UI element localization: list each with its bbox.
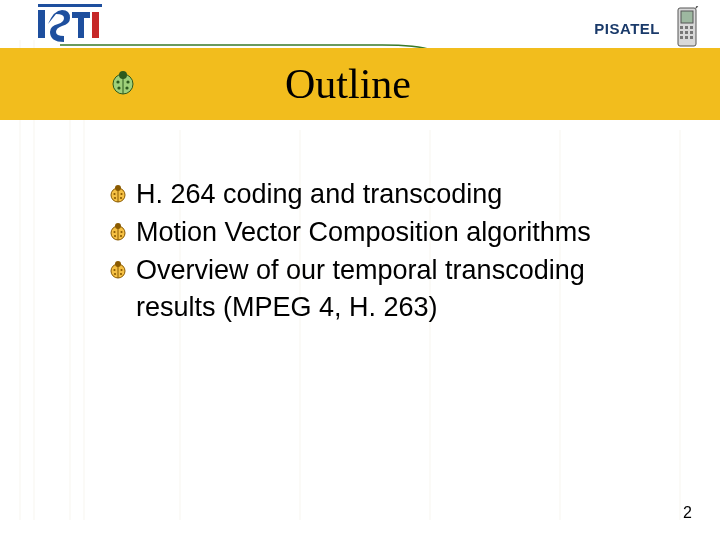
svg-point-44 — [120, 235, 122, 237]
svg-rect-17 — [680, 31, 683, 34]
svg-rect-19 — [690, 31, 693, 34]
mobile-phone-icon — [672, 6, 702, 52]
svg-point-37 — [120, 197, 122, 199]
svg-point-43 — [114, 235, 116, 237]
svg-rect-20 — [680, 36, 683, 39]
bullet-ladybug-icon — [108, 222, 128, 246]
svg-rect-22 — [690, 36, 693, 39]
svg-line-23 — [696, 6, 700, 8]
bullet-ladybug-icon — [108, 260, 128, 284]
svg-point-28 — [126, 80, 129, 83]
svg-rect-10 — [92, 12, 99, 38]
svg-rect-21 — [685, 36, 688, 39]
svg-point-26 — [119, 71, 127, 79]
svg-point-41 — [113, 231, 115, 233]
list-item: Motion Vector Composition algorithms — [108, 216, 660, 250]
svg-point-27 — [116, 80, 119, 83]
bullet-continuation: results (MPEG 4, H. 263) — [136, 291, 660, 325]
page-number: 2 — [683, 504, 692, 522]
slide-body: H. 264 coding and transcoding Motion Vec… — [0, 120, 720, 325]
isti-logo — [38, 4, 102, 42]
bullet-text: Motion Vector Composition algorithms — [136, 216, 591, 250]
title-band: Outline — [0, 48, 720, 120]
svg-point-35 — [120, 193, 122, 195]
ladybug-icon — [110, 70, 136, 100]
slide-header: PISATEL — [0, 0, 720, 48]
list-item: Overview of our temporal transcoding — [108, 254, 660, 288]
project-label: PISATEL — [594, 20, 660, 37]
svg-rect-9 — [38, 10, 45, 38]
svg-point-49 — [120, 268, 122, 270]
svg-rect-15 — [685, 26, 688, 29]
svg-point-50 — [114, 272, 116, 274]
bullet-text: H. 264 coding and transcoding — [136, 178, 502, 212]
bullet-text: Overview of our temporal transcoding — [136, 254, 585, 288]
bullet-ladybug-icon — [108, 184, 128, 208]
svg-rect-18 — [685, 31, 688, 34]
svg-rect-16 — [690, 26, 693, 29]
svg-point-42 — [120, 231, 122, 233]
slide-title: Outline — [285, 60, 411, 108]
svg-point-34 — [113, 193, 115, 195]
svg-rect-11 — [38, 4, 102, 7]
svg-point-29 — [117, 86, 120, 89]
svg-point-36 — [114, 197, 116, 199]
list-item: H. 264 coding and transcoding — [108, 178, 660, 212]
svg-rect-13 — [681, 11, 693, 23]
svg-point-48 — [113, 268, 115, 270]
svg-point-30 — [125, 86, 128, 89]
svg-rect-14 — [680, 26, 683, 29]
svg-point-51 — [120, 272, 122, 274]
